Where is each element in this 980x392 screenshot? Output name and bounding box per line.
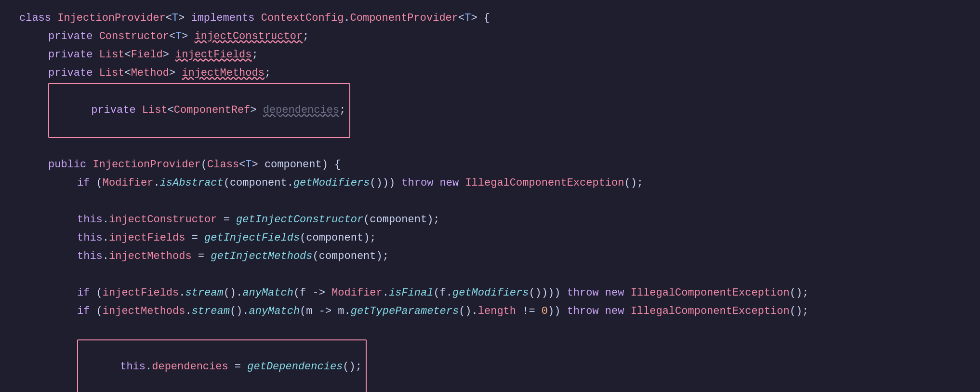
paren19-close: )) xyxy=(548,303,567,320)
paren7-open: ( xyxy=(300,230,306,246)
code-line-empty-4 xyxy=(19,321,961,339)
method-stream-2: stream xyxy=(192,303,230,320)
paren10: (). xyxy=(224,284,243,301)
method-get-type-parameters: getTypeParameters xyxy=(351,303,459,320)
paren3-open: ( xyxy=(224,175,230,191)
dot2: . xyxy=(153,175,159,191)
code-line-2: private Constructor<T> injectConstructor… xyxy=(19,28,961,46)
paren6-open: ( xyxy=(363,211,370,228)
gen3-open: < xyxy=(169,28,175,45)
code-line-11: if (injectFields.stream().anyMatch(f -> … xyxy=(19,284,961,303)
type-class: Class xyxy=(207,156,239,173)
param-component: component xyxy=(265,156,322,173)
eq2: = xyxy=(185,230,204,246)
keyword-throw-2: throw xyxy=(567,284,605,301)
keyword-private-1: private xyxy=(48,28,99,45)
field-inject-constructor: injectConstructor xyxy=(195,28,303,45)
type-list-2: List xyxy=(99,65,125,81)
keyword-if-2: if xyxy=(77,284,96,301)
eq1: = xyxy=(217,211,236,228)
dot4: . xyxy=(103,211,109,228)
dot9: . xyxy=(446,284,452,301)
code-line-3: private List<Field> injectFields; xyxy=(19,46,961,65)
class-illegal-component-exception-2: IllegalComponentException xyxy=(631,284,790,301)
param-component-3: component xyxy=(370,211,427,228)
eq4: = xyxy=(228,361,248,373)
number-zero: 0 xyxy=(542,303,548,320)
method-any-match-2: anyMatch xyxy=(249,303,300,320)
arrow2: -> xyxy=(313,303,338,320)
param-component-2: component xyxy=(230,175,287,191)
keyword-this-2: this xyxy=(77,230,103,246)
keyword-new-2: new xyxy=(605,284,631,301)
type-t4: T xyxy=(245,156,252,173)
paren18: (). xyxy=(459,303,478,320)
code-line-10: this.injectMethods = getInjectMethods(co… xyxy=(19,248,961,266)
generic2-open: < xyxy=(458,10,464,27)
paren4-open-close: ())) xyxy=(370,175,401,191)
method-get-modifiers-2: getModifiers xyxy=(452,284,529,301)
type-constructor: Constructor xyxy=(99,28,169,45)
keyword-implements: implements xyxy=(191,10,261,27)
paren5: (); xyxy=(624,175,643,191)
paren8-open: ( xyxy=(313,248,319,265)
paren16: (). xyxy=(230,303,249,320)
semi1: ; xyxy=(303,28,309,45)
ref-inject-methods-2: injectMethods xyxy=(103,303,185,320)
code-line-12: if (injectMethods.stream().anyMatch(m ->… xyxy=(19,303,961,321)
method-get-inject-constructor: getInjectConstructor xyxy=(236,211,363,228)
dot6: . xyxy=(103,248,109,265)
class-modifier-2: Modifier xyxy=(331,284,383,301)
code-line-6: public InjectionProvider(Class<T> compon… xyxy=(19,156,961,175)
dot7: . xyxy=(179,284,185,301)
paren21: (); xyxy=(343,361,362,373)
keyword-if-1: if xyxy=(77,175,96,191)
gen6-close: > xyxy=(250,104,263,116)
keyword-private-4: private xyxy=(91,104,142,116)
code-line-empty-1 xyxy=(19,138,961,156)
field-ref-inject-fields: injectFields xyxy=(109,230,185,246)
param-component-4: component xyxy=(306,230,363,246)
keyword-throw-1: throw xyxy=(401,175,439,191)
keyword-this-1: this xyxy=(77,211,103,228)
dot1: . xyxy=(344,10,350,27)
class-name-injection-provider: InjectionProvider xyxy=(57,10,165,27)
highlight-dependencies-assignment: this.dependencies = getDependencies(); xyxy=(77,339,367,392)
paren6-close-semi: ); xyxy=(427,211,439,228)
param-f2: f xyxy=(440,284,446,301)
paren13: ()))) xyxy=(529,284,567,301)
field-inject-fields: injectFields xyxy=(175,46,252,63)
keyword-public-1: public xyxy=(48,156,93,173)
constructor-name: InjectionProvider xyxy=(93,156,200,173)
generic-open: < xyxy=(166,10,172,27)
keyword-this-4: this xyxy=(120,361,146,373)
code-line-empty-2 xyxy=(19,193,961,211)
ref-inject-fields-2: injectFields xyxy=(103,284,179,301)
code-line-7: if (Modifier.isAbstract(component.getMod… xyxy=(19,175,961,193)
arrow1: -> xyxy=(306,284,331,301)
field-inject-methods: injectMethods xyxy=(182,65,265,81)
code-line-5: private List<ComponentRef> dependencies; xyxy=(19,83,961,138)
eq3: = xyxy=(192,248,211,265)
type-field: Field xyxy=(131,46,163,63)
code-line-9: this.injectFields = getInjectFields(comp… xyxy=(19,230,961,248)
param-f: f xyxy=(300,284,306,301)
gen5-open: < xyxy=(124,65,131,81)
code-line-13: this.dependencies = getDependencies(); xyxy=(19,339,961,392)
paren8-close-semi: ); xyxy=(376,248,389,265)
gen7-close: > xyxy=(252,156,264,173)
code-editor: class InjectionProvider<T> implements Co… xyxy=(0,0,980,392)
dot3: . xyxy=(287,175,293,191)
neq: != xyxy=(516,303,542,320)
keyword-new-1: new xyxy=(440,175,465,191)
semi4: ; xyxy=(339,104,345,116)
field-length: length xyxy=(478,303,516,320)
paren1-open: ( xyxy=(201,156,207,173)
gen7-open: < xyxy=(239,156,245,173)
code-line-empty-3 xyxy=(19,266,961,284)
dot8: . xyxy=(383,284,389,301)
paren2-open: ( xyxy=(96,175,103,191)
class-component-provider: ComponentProvider xyxy=(350,10,458,27)
gen6-open: < xyxy=(168,104,174,116)
gen5-close: > xyxy=(169,65,182,81)
